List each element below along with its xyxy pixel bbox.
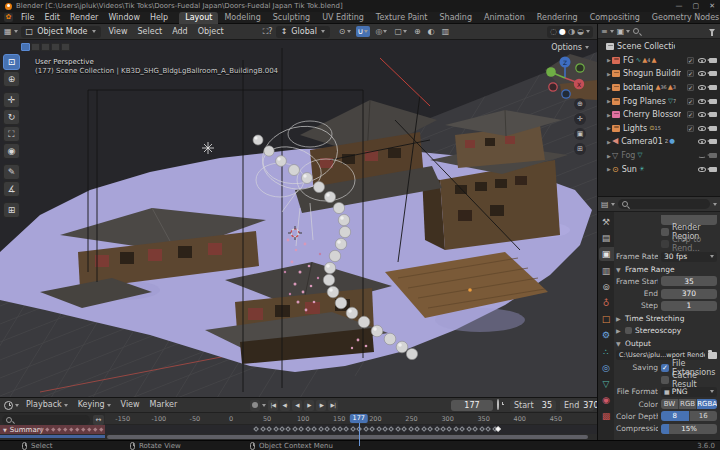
frame-rate-dropdown[interactable]: 30 fps: [661, 252, 717, 262]
play-button[interactable]: ▶: [304, 400, 314, 411]
workspace-tab-uv-editing[interactable]: UV Editing: [316, 12, 370, 24]
previous-keyframe-button[interactable]: ◀·: [280, 400, 290, 411]
hide-eye-closed-icon[interactable]: [698, 153, 706, 158]
keyframe[interactable]: [266, 426, 272, 432]
keyframe[interactable]: [414, 426, 420, 432]
color-option-rgba[interactable]: RGBA: [697, 399, 717, 409]
frame-end-field[interactable]: 370: [661, 289, 717, 299]
select-mode-option-1[interactable]: [21, 43, 30, 51]
selected-keyframe[interactable]: [495, 426, 501, 432]
hide-eye-icon[interactable]: [698, 58, 706, 63]
tool-scale[interactable]: ⛶: [3, 126, 20, 142]
properties-tab-output[interactable]: ▣: [599, 247, 614, 261]
jump-to-start-button[interactable]: |◀: [268, 400, 278, 411]
exclude-checkbox[interactable]: ✓: [687, 125, 694, 132]
outliner-row-sun[interactable]: ▶⊙Sun☀: [598, 162, 720, 176]
workspace-tab-sculpting[interactable]: Sculpting: [267, 12, 316, 24]
exclude-checkbox[interactable]: ✓: [687, 70, 694, 77]
output-section-header[interactable]: ▼Output: [616, 337, 717, 350]
disable-render-icon[interactable]: [709, 112, 717, 117]
keyframe[interactable]: [369, 426, 375, 432]
editor-type-button[interactable]: ▤: [601, 200, 615, 209]
cache-result-checkbox[interactable]: [661, 376, 669, 384]
auto-keying-button[interactable]: [250, 400, 260, 411]
chevron-down-icon[interactable]: [586, 30, 590, 33]
step-field[interactable]: 1: [661, 301, 717, 311]
keyframe[interactable]: [479, 426, 485, 432]
outliner-row-fog[interactable]: ▶▽Fog▽: [598, 149, 720, 163]
keyframe[interactable]: [434, 426, 440, 432]
disable-render-icon[interactable]: [709, 139, 717, 144]
filter-funnel-icon[interactable]: [709, 29, 715, 33]
options-dropdown[interactable]: Options: [551, 43, 589, 52]
menu-help[interactable]: Help: [145, 12, 173, 24]
keyframe[interactable]: [286, 426, 292, 432]
select-mode-option-2[interactable]: [31, 43, 40, 51]
expand-channels-button[interactable]: ↔: [93, 415, 104, 425]
workspace-tab-layout[interactable]: Layout: [179, 12, 218, 24]
frame-range-section-header[interactable]: ▼Frame Range: [616, 263, 717, 276]
compression-slider[interactable]: 15%: [661, 424, 717, 434]
disable-render-icon[interactable]: [709, 85, 717, 90]
outliner-row-fg[interactable]: ▶FG∿▲4▲✓: [598, 54, 720, 68]
timeline-search-field[interactable]: [2, 415, 90, 425]
keyframe[interactable]: [273, 426, 279, 432]
toggle-perspective-icon[interactable]: ⊞: [574, 143, 586, 155]
keyframe[interactable]: [427, 426, 433, 432]
frame-end-field[interactable]: End370: [560, 400, 594, 411]
next-keyframe-button[interactable]: ·▶: [316, 400, 326, 411]
timeline-menu-marker[interactable]: Marker: [145, 399, 183, 411]
disable-render-icon[interactable]: [709, 99, 717, 104]
disable-render-icon[interactable]: [709, 126, 717, 131]
close-button[interactable]: ✕: [709, 0, 715, 12]
current-frame-field[interactable]: 177: [451, 400, 493, 411]
properties-tab-view-layer[interactable]: ▥: [599, 264, 614, 278]
properties-tab-texture[interactable]: ▩: [599, 409, 614, 423]
transform-orientation-dropdown[interactable]: ⛶?: [263, 27, 273, 37]
workspace-tab-shading[interactable]: Shading: [433, 12, 478, 24]
jump-to-end-button[interactable]: ▶|: [328, 400, 338, 411]
menu-file[interactable]: File: [16, 12, 39, 24]
keyframe[interactable]: [311, 426, 317, 432]
hide-eye-icon[interactable]: [698, 71, 706, 76]
frame-start-field[interactable]: Start35: [510, 400, 556, 411]
keyframe[interactable]: [350, 426, 356, 432]
display-mode-button[interactable]: ≡: [601, 27, 614, 36]
timeline-scrollbar[interactable]: [107, 435, 588, 439]
tool-measure[interactable]: ∡: [3, 181, 20, 197]
select-mode-option-3[interactable]: [41, 43, 50, 51]
timeline-keyframe-track[interactable]: [105, 425, 597, 434]
properties-tab-object[interactable]: □: [599, 312, 614, 326]
chevron-down-icon[interactable]: [262, 404, 266, 407]
stereoscopy-checkbox[interactable]: [625, 327, 632, 334]
color-option-rgb[interactable]: RGB: [679, 399, 697, 409]
shading-rendered-button[interactable]: ◒: [577, 27, 584, 36]
current-frame-badge[interactable]: 177: [350, 414, 368, 423]
time-stretching-section-header[interactable]: ▶Time Stretching: [616, 312, 717, 325]
keyframe[interactable]: [402, 426, 408, 432]
properties-search-field[interactable]: [618, 199, 710, 209]
toggle-xray-icon[interactable]: ▥: [440, 26, 452, 37]
tool-annotate[interactable]: ✎: [3, 164, 20, 180]
playhead[interactable]: [359, 423, 360, 446]
show-overlays-icon[interactable]: ◐: [426, 26, 437, 37]
keyframe[interactable]: [363, 426, 369, 432]
keyframe[interactable]: [324, 426, 330, 432]
exclude-checkbox[interactable]: ✓: [687, 57, 694, 64]
outliner-row-scene-collection[interactable]: Scene Collection: [598, 40, 720, 54]
keyframe[interactable]: [279, 426, 285, 432]
properties-tab-scene[interactable]: ⊚: [599, 280, 614, 294]
properties-tab-material[interactable]: ◉: [599, 393, 614, 407]
shading-material-preview-button[interactable]: ◑: [568, 27, 575, 36]
outliner-row-camera01[interactable]: ▶▶Camera01z●: [598, 135, 720, 149]
hide-eye-icon[interactable]: [698, 112, 706, 117]
select-mode-option-5[interactable]: [61, 43, 70, 51]
workspace-tab-rendering[interactable]: Rendering: [531, 12, 584, 24]
keyframe[interactable]: [253, 426, 259, 432]
keyframe[interactable]: [421, 426, 427, 432]
file-format-dropdown[interactable]: ▦PNG: [661, 387, 717, 397]
tool-move[interactable]: ✛: [3, 92, 20, 108]
keyframe[interactable]: [331, 426, 337, 432]
frame-start-field[interactable]: 35: [661, 276, 717, 286]
outliner-row-lights[interactable]: ▶Lights⊙15✓: [598, 122, 720, 136]
